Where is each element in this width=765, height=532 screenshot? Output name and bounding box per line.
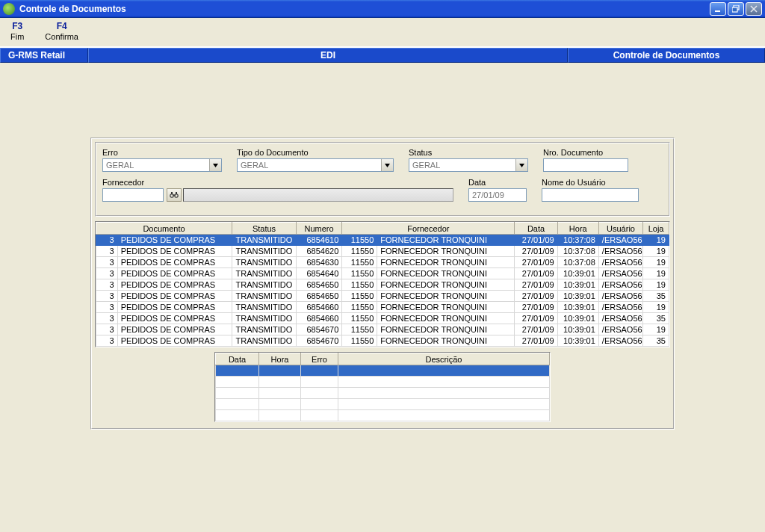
menubar: F3 Fim F4 Confirma [0, 18, 765, 48]
data-input[interactable] [468, 188, 527, 202]
col-status[interactable]: Status [232, 223, 297, 235]
col-fornecedor[interactable]: Fornecedor [342, 223, 515, 235]
table-row[interactable]: 3PEDIDOS DE COMPRASTRANSMITIDO6854610115… [96, 235, 669, 246]
fornecedor-name-display [183, 188, 453, 202]
table-row[interactable]: 3PEDIDOS DE COMPRASTRANSMITIDO6854650115… [96, 279, 669, 291]
fornecedor-code-input[interactable] [102, 188, 164, 202]
menu-f3-fim[interactable]: F3 Fim [10, 21, 24, 42]
detail-row[interactable] [216, 399, 550, 410]
table-row[interactable]: 3PEDIDOS DE COMPRASTRANSMITIDO6854660115… [96, 302, 669, 313]
header-app-name: G-RMS Retail [0, 48, 88, 63]
svg-point-9 [175, 194, 178, 197]
usuario-input[interactable] [542, 188, 639, 202]
dcol-erro[interactable]: Erro [301, 353, 338, 365]
nro-input[interactable] [543, 158, 628, 172]
table-row[interactable]: 3PEDIDOS DE COMPRASTRANSMITIDO6854670115… [96, 324, 669, 335]
filter-area: Erro GERAL Tipo do Documento GERAL Statu… [95, 142, 670, 217]
header-module: EDI [88, 48, 568, 63]
svg-marker-7 [519, 164, 524, 167]
main-panel: Erro GERAL Tipo do Documento GERAL Statu… [90, 137, 675, 430]
svg-point-8 [170, 194, 173, 197]
detail-row[interactable] [216, 365, 550, 377]
fornecedor-label: Fornecedor [102, 178, 453, 187]
col-data[interactable]: Data [515, 223, 557, 235]
status-label: Status [409, 148, 528, 157]
tipo-combo[interactable]: GERAL [237, 158, 394, 172]
col-numero[interactable]: Numero [296, 223, 341, 235]
table-row[interactable]: 3PEDIDOS DE COMPRASTRANSMITIDO6854660115… [96, 313, 669, 324]
header-bar: G-RMS Retail EDI Controle de Documentos [0, 48, 765, 63]
detail-row[interactable] [216, 388, 550, 399]
svg-rect-0 [715, 10, 720, 12]
col-loja[interactable]: Loja [643, 223, 669, 235]
nro-label: Nro. Documento [543, 148, 628, 157]
detail-grid[interactable]: Data Hora Erro Descrição [214, 352, 551, 422]
tipo-label: Tipo do Documento [237, 148, 394, 157]
titlebar: Controle de Documentos [0, 0, 765, 18]
svg-rect-10 [171, 192, 173, 194]
dcol-data[interactable]: Data [216, 353, 259, 365]
svg-rect-11 [176, 192, 177, 194]
chevron-down-icon [209, 159, 221, 171]
erro-label: Erro [102, 148, 222, 157]
col-usuario[interactable]: Usuário [598, 223, 642, 235]
documents-grid[interactable]: Documento Status Numero Fornecedor Data … [95, 221, 670, 347]
minimize-button[interactable] [710, 2, 726, 16]
table-row[interactable]: 3PEDIDOS DE COMPRASTRANSMITIDO6854650115… [96, 291, 669, 302]
col-documento[interactable]: Documento [96, 223, 232, 235]
detail-row[interactable] [216, 377, 550, 388]
svg-marker-6 [385, 164, 390, 167]
app-icon [3, 3, 15, 15]
svg-marker-5 [213, 164, 218, 167]
chevron-down-icon [515, 159, 527, 171]
menu-f4-confirma[interactable]: F4 Confirma [45, 21, 78, 42]
status-combo[interactable]: GERAL [409, 158, 528, 172]
svg-rect-2 [732, 7, 737, 12]
binoculars-icon [170, 191, 179, 200]
table-row[interactable]: 3PEDIDOS DE COMPRASTRANSMITIDO6854630115… [96, 257, 669, 268]
col-hora[interactable]: Hora [557, 223, 598, 235]
usuario-label: Nome do Usuário [542, 178, 639, 187]
window-title: Controle de Documentos [19, 4, 126, 14]
svg-rect-12 [173, 195, 176, 196]
restore-button[interactable] [728, 2, 744, 16]
header-screen: Controle de Documentos [568, 48, 765, 63]
close-button[interactable] [746, 2, 762, 16]
dcol-descricao[interactable]: Descrição [338, 353, 550, 365]
dcol-hora[interactable]: Hora [259, 353, 301, 365]
table-row[interactable]: 3PEDIDOS DE COMPRASTRANSMITIDO6854670115… [96, 335, 669, 347]
table-row[interactable]: 3PEDIDOS DE COMPRASTRANSMITIDO6854620115… [96, 246, 669, 257]
data-label: Data [468, 178, 527, 187]
erro-combo[interactable]: GERAL [102, 158, 222, 172]
detail-row[interactable] [216, 410, 550, 421]
table-row[interactable]: 3PEDIDOS DE COMPRASTRANSMITIDO6854640115… [96, 268, 669, 279]
chevron-down-icon [381, 159, 393, 171]
fornecedor-lookup-button[interactable] [167, 188, 182, 202]
